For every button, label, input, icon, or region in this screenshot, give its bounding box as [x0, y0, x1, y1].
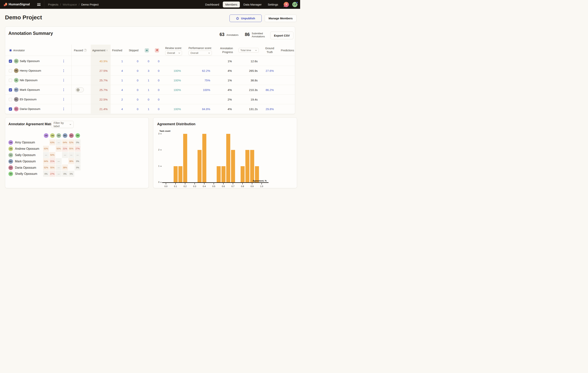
performance-score-filter[interactable]: Overall: [189, 51, 212, 55]
chart-x-tick-mark: [252, 183, 252, 184]
thumbs-down-value[interactable]: 0: [150, 95, 159, 104]
skipped-value[interactable]: 0: [127, 104, 138, 114]
thumbs-down-value[interactable]: 0: [150, 66, 159, 75]
nav-data-manager[interactable]: Data Manager: [241, 1, 264, 8]
thumbs-down-value[interactable]: 0: [150, 104, 159, 114]
kebab-menu-icon[interactable]: [63, 107, 65, 111]
breadcrumb-projects[interactable]: Projects: [48, 3, 58, 6]
ground-truth-value[interactable]: 29.8%: [263, 104, 276, 114]
finished-value[interactable]: 1: [111, 56, 123, 66]
finished-value[interactable]: 4: [111, 85, 123, 95]
matrix-column-avatar: SH: [75, 133, 80, 138]
skipped-value[interactable]: 0: [127, 75, 138, 85]
finished-value[interactable]: 4: [111, 104, 123, 114]
skipped-value[interactable]: 0: [127, 56, 138, 66]
skipped-value[interactable]: 0: [127, 85, 138, 95]
chart-y-tick-label: 0: [157, 181, 159, 183]
annotators-label: Annotators: [226, 33, 239, 37]
kebab-menu-icon[interactable]: [63, 69, 65, 73]
export-csv-button[interactable]: Export CSV: [270, 32, 294, 39]
col-review-score: Review score:: [165, 46, 182, 50]
row-avatar-cell: SA: [14, 56, 19, 66]
finished-value[interactable]: 1: [111, 75, 123, 85]
kebab-menu-icon[interactable]: [63, 78, 65, 82]
progress-value: 1%: [218, 75, 232, 85]
notification-dot: [296, 1, 298, 3]
skipped-value[interactable]: 0: [127, 66, 138, 75]
ground-truth-value[interactable]: 27.6%: [263, 66, 276, 75]
total-time-filter[interactable]: Total time: [239, 48, 259, 53]
thumbs-up-value[interactable]: 0: [140, 95, 149, 104]
chart-x-tick-mark: [204, 183, 204, 184]
review-score-filter[interactable]: Overall: [165, 51, 182, 55]
col-paused: Paused ?: [74, 45, 87, 56]
row-checkbox[interactable]: [9, 107, 12, 111]
paused-help-icon[interactable]: ?: [84, 49, 87, 52]
chart-x-axis-title: Agreement, %: [242, 180, 267, 182]
annotator-name: Sally Opossum: [20, 56, 40, 66]
manage-members-button[interactable]: Manage Members: [265, 15, 296, 22]
thumbs-down-value[interactable]: 0: [150, 85, 159, 95]
ground-truth-value[interactable]: 86.2%: [263, 85, 276, 95]
avatar-initials: LS: [294, 3, 296, 6]
row-checkbox[interactable]: [9, 98, 12, 101]
paused-toggle[interactable]: [75, 87, 84, 92]
performance-score-value[interactable]: 62.2%: [191, 66, 210, 75]
kebab-menu-icon[interactable]: [63, 97, 65, 101]
breadcrumb-workspace[interactable]: Workspace: [63, 3, 77, 6]
review-score-value[interactable]: 100%: [164, 66, 181, 75]
thumbs-up-value[interactable]: 1: [140, 85, 149, 95]
nav-dashboard[interactable]: Dashboard: [203, 1, 222, 8]
hamburger-menu-icon[interactable]: [37, 3, 41, 6]
performance-score-value[interactable]: 75%: [191, 75, 210, 85]
review-score-value[interactable]: 100%: [164, 75, 181, 85]
nav-members[interactable]: Members: [223, 1, 240, 8]
row-checkbox[interactable]: [9, 79, 12, 82]
kebab-menu-icon[interactable]: [63, 59, 65, 63]
thumbs-up-value[interactable]: 3: [140, 66, 149, 75]
skipped-value[interactable]: 0: [127, 95, 138, 104]
row-checkbox[interactable]: [9, 88, 12, 92]
unpublish-button[interactable]: Unpublish: [230, 15, 262, 22]
help-icon[interactable]: ?: [284, 2, 289, 7]
table-row: HEHenry Opossum27.5%4030100%62.2%4%265.9…: [5, 66, 295, 75]
progress-value: 4%: [218, 66, 232, 75]
col-thumbs-up: [145, 45, 149, 56]
predictions-value: [280, 85, 294, 95]
humansignal-logo[interactable]: HumanSignal: [4, 2, 30, 6]
review-score-value[interactable]: 100%: [164, 104, 181, 114]
finished-value[interactable]: 2: [111, 95, 123, 104]
user-avatar[interactable]: LS: [292, 2, 297, 7]
chart-x-tick-label: 0.0: [164, 185, 168, 187]
chart-x-tick-mark: [194, 183, 195, 184]
chart-y-tick-label: 3: [157, 132, 159, 135]
thumbs-down-value[interactable]: 0: [150, 75, 159, 85]
thumbs-up-value[interactable]: 1: [140, 75, 149, 85]
thumbs-up-value[interactable]: 1: [140, 104, 149, 114]
matrix-cell: 52%: [68, 139, 74, 145]
chart-title: Agreement Distribution: [157, 122, 195, 126]
nav-settings[interactable]: Settings: [265, 1, 281, 8]
kebab-menu-icon[interactable]: [63, 88, 65, 92]
review-score-value[interactable]: 100%: [164, 85, 181, 95]
row-checkbox-cell: [9, 95, 12, 104]
row-checkbox[interactable]: [9, 60, 12, 63]
unpublish-label: Unpublish: [241, 17, 255, 20]
top-bar: HumanSignal Projects / Workspace / Demo …: [0, 0, 300, 9]
matrix-column-avatar: SA: [56, 133, 61, 138]
performance-score-value[interactable]: 100%: [191, 85, 210, 95]
filter-by-label-select[interactable]: Filter by label: [51, 121, 74, 128]
select-all-checkbox[interactable]: [9, 45, 12, 56]
finished-value[interactable]: 4: [111, 66, 123, 75]
thumbs-up-value[interactable]: 0: [140, 56, 149, 66]
chart-x-tick-mark: [233, 183, 233, 184]
matrix-cell: —: [56, 164, 62, 171]
col-agreement-sort[interactable]: Agreement ↑: [92, 45, 108, 56]
thumbs-down-value[interactable]: 0: [150, 56, 159, 66]
row-checkbox[interactable]: [9, 69, 12, 72]
performance-score-value[interactable]: 84.8%: [191, 104, 210, 114]
table-header-row: Annotator Paused ? Agreement ↑ Finished …: [5, 45, 295, 56]
matrix-cell: 21%: [62, 146, 68, 152]
matrix-row-name: Sally Opossum: [15, 153, 36, 157]
matrix-row-avatar: DA: [8, 165, 13, 170]
